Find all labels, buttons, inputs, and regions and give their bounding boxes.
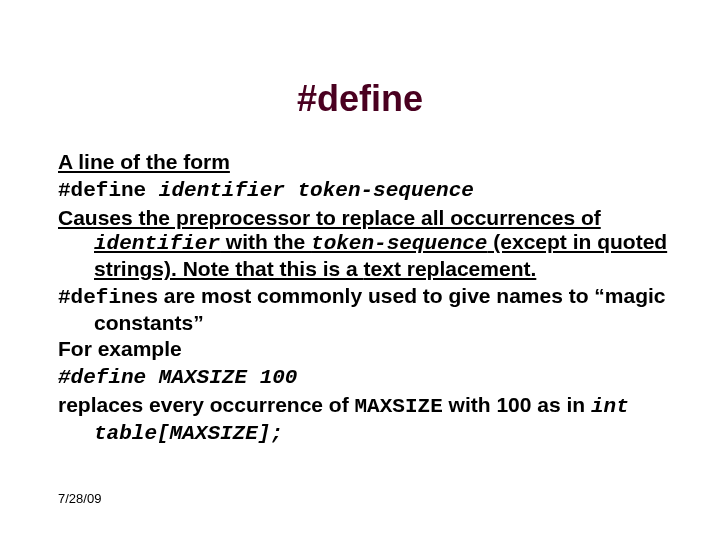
- text: with the: [220, 230, 311, 253]
- code: identifier: [159, 179, 285, 202]
- text: text replacement.: [364, 257, 537, 280]
- code: token-sequence: [311, 232, 487, 255]
- slide-title: #define: [0, 78, 720, 120]
- for-example: For example: [58, 337, 668, 362]
- slide-body: A line of the form #define identifier to…: [58, 150, 668, 448]
- code: MAXSIZE: [355, 395, 443, 418]
- line-of-form: A line of the form: [58, 150, 668, 175]
- replaces-paragraph: replaces every occurrence of MAXSIZE wit…: [58, 393, 668, 447]
- causes-paragraph: Causes the preprocessor to replace all o…: [58, 206, 668, 282]
- example-code: #define MAXSIZE 100: [58, 364, 668, 391]
- defines-paragraph: #defines are most commonly used to give …: [58, 284, 668, 336]
- define-syntax-line: #define identifier token-sequence: [58, 177, 668, 204]
- text: with 100 as in: [443, 393, 591, 416]
- code: #define MAXSIZE 100: [58, 366, 297, 389]
- code: identifier: [94, 232, 220, 255]
- text: For example: [58, 337, 182, 360]
- text: A line of the form: [58, 150, 230, 173]
- code: #define: [58, 179, 159, 202]
- text: replaces every occurrence of: [58, 393, 355, 416]
- slide-date: 7/28/09: [58, 491, 101, 506]
- code: token-sequence: [297, 179, 473, 202]
- text: Causes the preprocessor to replace all o…: [58, 206, 601, 229]
- code: #define: [58, 286, 146, 309]
- slide: #define A line of the form #define ident…: [0, 0, 720, 540]
- code: [285, 179, 298, 202]
- text: s: [146, 284, 158, 307]
- text: are most commonly used to give names to …: [94, 284, 666, 334]
